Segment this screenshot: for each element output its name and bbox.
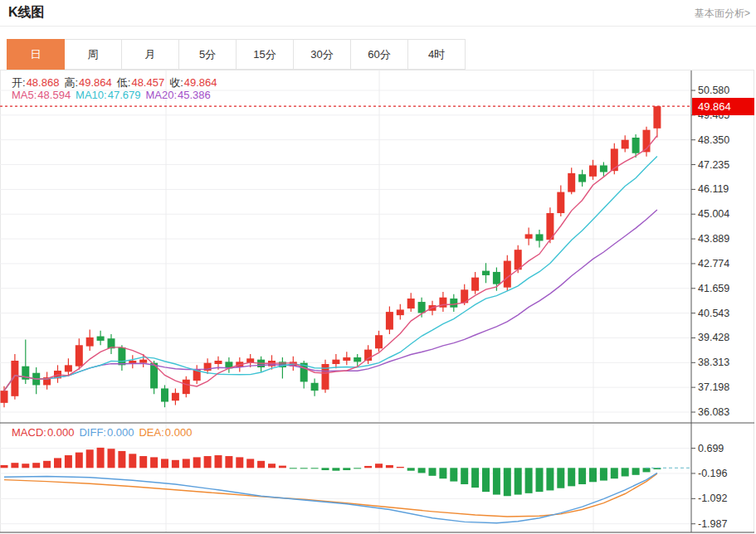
candle-body: [354, 357, 361, 362]
candle-body: [311, 383, 319, 391]
candle-body: [172, 393, 179, 400]
candle-body: [332, 360, 339, 364]
candle-body: [397, 309, 404, 315]
macd-bar: [354, 468, 361, 468]
candle-body: [536, 234, 544, 240]
macd-bar: [600, 468, 607, 480]
macd-bar: [482, 468, 490, 492]
price-tick-label: 40.543: [698, 308, 729, 319]
candle-body: [589, 165, 597, 176]
quote-value-1: 49.864: [79, 76, 112, 89]
macd-bar: [118, 451, 125, 468]
price-tick-label: 39.428: [698, 332, 729, 343]
candle-body: [183, 380, 190, 394]
macd-values-row: MACD:0.000DIFF:0.000DEA:0.000: [12, 426, 197, 439]
macd-bar: [450, 468, 457, 481]
ma5-line: [4, 136, 657, 391]
macd-bar: [461, 468, 468, 484]
current-price-tag: 49.864: [692, 98, 754, 115]
macd-bar: [22, 464, 29, 468]
candle-body: [1, 391, 8, 403]
macd-bar: [193, 457, 201, 468]
candle-body: [118, 347, 125, 365]
macd-bar: [129, 454, 136, 468]
candle-body: [653, 106, 661, 129]
candle-body: [622, 140, 629, 149]
macd-bar: [76, 453, 83, 468]
macd-bar: [139, 456, 147, 468]
macd-bar: [300, 468, 308, 468]
candle-body: [504, 261, 511, 288]
candle-body: [525, 234, 533, 238]
candle-body: [418, 302, 426, 313]
macd-histogram: [1, 448, 661, 496]
quote-label-1: 高:: [64, 76, 78, 89]
quote-label-0: 开:: [12, 76, 26, 89]
macd-bar: [568, 468, 575, 486]
macd-value-1: 0.000: [107, 426, 134, 439]
candle-body: [161, 388, 168, 401]
macd-bar: [246, 459, 254, 468]
macd-bar: [65, 455, 72, 468]
macd-bar: [1, 465, 8, 468]
macd-bar: [643, 468, 651, 472]
macd-value-2: 0.000: [165, 426, 193, 439]
candle-body: [65, 365, 72, 371]
macd-bar: [236, 457, 243, 468]
macd-bar: [439, 468, 446, 478]
candle-body: [407, 299, 415, 308]
macd-tick-label: 0.699: [698, 443, 724, 454]
candle-body: [557, 192, 564, 213]
quote-label-2: 低:: [117, 76, 131, 89]
macd-bar: [161, 459, 168, 468]
macd-bar: [536, 468, 544, 492]
ma-label-2: MA20:: [145, 89, 177, 101]
macd-bar: [322, 468, 329, 470]
candle-body: [76, 345, 83, 366]
candle-body: [139, 360, 147, 363]
macd-bar: [471, 468, 479, 488]
ma-value-1: 47.679: [108, 89, 141, 101]
candle-body: [450, 299, 457, 308]
macd-bar: [279, 466, 286, 468]
macd-bar: [32, 463, 40, 468]
macd-bar: [268, 464, 276, 468]
macd-bar: [515, 468, 522, 494]
macd-label-1: DIFF:: [79, 426, 106, 439]
macd-bar: [150, 457, 158, 468]
macd-label-0: MACD:: [12, 426, 46, 439]
macd-bar: [290, 468, 297, 468]
macd-bar: [364, 466, 372, 468]
macd-bar: [375, 464, 383, 468]
macd-bar: [397, 467, 404, 468]
macd-bar: [589, 468, 597, 482]
macd-value-0: 0.000: [47, 426, 75, 439]
candle-body: [86, 337, 94, 347]
macd-bar: [172, 460, 179, 468]
macd-bar: [257, 461, 265, 468]
macd-label-2: DEA:: [139, 426, 163, 439]
macd-bar: [504, 468, 511, 496]
candle-body: [215, 361, 222, 364]
price-tick-label: 50.580: [698, 85, 729, 96]
ma-value-2: 45.386: [178, 89, 211, 101]
price-tick-label: 42.774: [698, 258, 729, 269]
candles-layer: [1, 106, 661, 407]
candle-body: [375, 335, 383, 348]
tab-period-0[interactable]: 日: [7, 39, 65, 70]
macd-bar: [407, 468, 415, 470]
macd-bar: [204, 456, 212, 468]
macd-bar: [622, 468, 629, 476]
candle-body: [568, 173, 575, 192]
macd-tick-label: -0.196: [698, 468, 727, 479]
candle-body: [97, 337, 105, 341]
ma-value-0: 48.594: [37, 89, 71, 101]
candle-body: [493, 272, 500, 284]
macd-bar: [578, 468, 586, 484]
price-tick-label: 48.350: [698, 134, 729, 146]
quote-value-2: 48.457: [131, 76, 164, 89]
macd-bar: [418, 468, 426, 473]
candle-body: [386, 312, 393, 329]
price-tick-label: 38.313: [698, 357, 729, 368]
ma-label-1: MA10:: [76, 89, 107, 101]
